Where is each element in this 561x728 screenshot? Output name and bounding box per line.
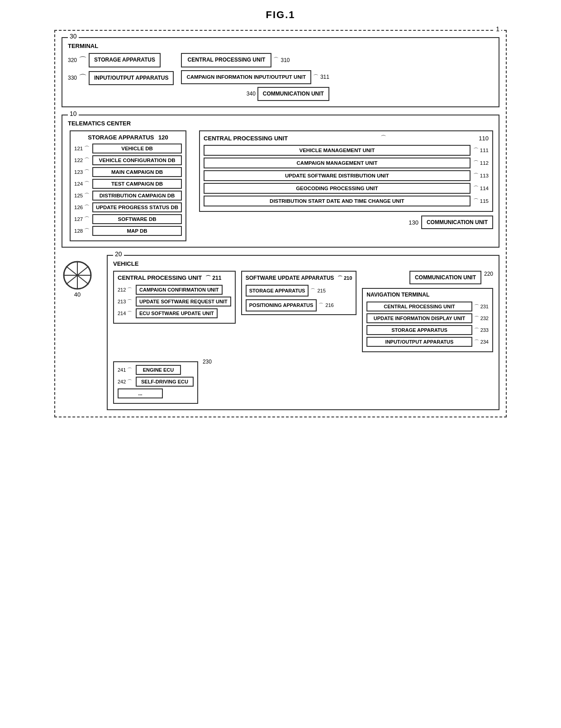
terminal-inner: 320 ⌒ STORAGE APPARATUS 330 ⌒ INPUT/OUTP… [68, 53, 493, 101]
vehicle-cpu-units: 212 ⌒CAMPAIGN CONFIRMATION UNIT213 ⌒UPDA… [118, 285, 231, 320]
campaign-io-ref: ⌒ [313, 73, 319, 81]
campaign-io-row: CAMPAIGN INFORMATION INPUT/OUTPUT UNIT ⌒… [181, 70, 329, 84]
telematics-inner: STORAGE APPARATUS 120 121 ⌒VEHICLE DB122… [68, 130, 493, 241]
vehicle-comm-box: COMMUNICATION UNIT [409, 271, 481, 284]
telematics-comm-box: COMMUNICATION UNIT [421, 216, 493, 229]
cpu-col: CENTRAL PROCESSING UNIT ⌒ 110 VEHICLE MA… [199, 130, 493, 212]
telematics-block: 10 TELEMATICS CENTER STORAGE APPARATUS 1… [62, 115, 499, 248]
cpu-unit-sym: ⌒ 114 [473, 185, 489, 192]
storage-col-title: STORAGE APPARATUS 120 [74, 134, 182, 141]
cpu-unit-sym: ⌒ 113 [473, 172, 489, 179]
db-ref: 121 ⌒ [74, 145, 90, 152]
figure-title: FIG.1 [54, 9, 507, 21]
ecu-items: 241 ⌒ENGINE ECU242 ⌒SELF-DRIVING ECU... [118, 365, 194, 398]
ecu-item-box: SELF-DRIVING ECU [136, 377, 194, 387]
db-item-row: 124 ⌒TEST CAMPAIGN DB [74, 179, 182, 189]
terminal-left: 320 ⌒ STORAGE APPARATUS 330 ⌒ INPUT/OUTP… [68, 53, 174, 85]
nav-unit-box: CENTRAL PROCESSING UNIT [366, 302, 472, 311]
vehicle-cpu-outer: CENTRAL PROCESSING UNIT ⌒ 211 212 ⌒CAMPA… [113, 271, 236, 324]
software-storage-row: STORAGE APPARATUS ⌒ 215 [246, 285, 352, 297]
nav-unit-row: CENTRAL PROCESSING UNIT⌒ 231 [366, 302, 489, 311]
network-vehicle-row: 40 20 VEHICLE CENTRAL PROCESSING UNIT ⌒ … [62, 255, 499, 410]
nav-unit-row: UPDATE INFORMATION DISPLAY UNIT⌒ 232 [366, 313, 489, 323]
network-ref: 40 [74, 291, 81, 298]
cpu-unit-box: CAMPAIGN MANAGEMENT UNIT [204, 158, 471, 168]
terminal-cpu-refnum: 310 [280, 57, 290, 63]
terminal-comm-box: COMMUNICATION UNIT [257, 87, 329, 101]
nav-terminal-box: NAVIGATION TERMINAL CENTRAL PROCESSING U… [362, 288, 493, 352]
db-box: SOFTWARE DB [92, 214, 182, 224]
telematics-label: TELEMATICS CENTER [68, 120, 493, 127]
ecu-nav-connector: 230 [203, 357, 212, 365]
cpu-col-refnum: 110 [479, 135, 489, 142]
db-ref: 123 ⌒ [74, 169, 90, 176]
software-update-ref: 210 [344, 275, 352, 281]
cpu-unit-sym: ⌒ 115 [473, 198, 489, 205]
software-update-ref-sym: ⌒ [338, 275, 342, 281]
vehicle-unit-ref: 213 ⌒ [118, 298, 134, 305]
cpu-unit-row: VEHICLE MANAGEMENT UNIT⌒ 111 [204, 145, 489, 156]
vehicle-unit-row: 213 ⌒UPDATE SOFTWARE REQUEST UNIT [118, 297, 231, 307]
campaign-io-box: CAMPAIGN INFORMATION INPUT/OUTPUT UNIT [181, 70, 311, 84]
vehicle-unit-row: 212 ⌒CAMPAIGN CONFIRMATION UNIT [118, 285, 231, 295]
db-box: UPDATE PROGRESS STATUS DB [92, 202, 182, 212]
vehicle-comm-row: COMMUNICATION UNIT 220 [362, 271, 493, 284]
ecu-item-row: 241 ⌒ENGINE ECU [118, 365, 194, 375]
nav-unit-ref: ⌒ 231 [474, 303, 489, 310]
db-ref: 128 ⌒ [74, 228, 90, 235]
io-apparatus-box: INPUT/OUTPUT APPARATUS [89, 71, 174, 86]
db-item-row: 123 ⌒MAIN CAMPAIGN DB [74, 167, 182, 177]
software-positioning-row: POSITIONING APPARATUS ⌒ 216 [246, 299, 352, 311]
terminal-right: CENTRAL PROCESSING UNIT ⌒ 310 CAMPAIGN I… [181, 53, 329, 101]
storage-brace: ⌒ [79, 56, 87, 64]
nav-unit-box: STORAGE APPARATUS [366, 325, 472, 335]
cpu-col-title: CENTRAL PROCESSING UNIT [204, 135, 288, 142]
software-update-outer: SOFTWARE UPDATE APPARATUS ⌒ 210 STORAGE … [241, 271, 357, 315]
ecu-item-box: ... [118, 388, 163, 398]
ecu-item-ref: 242 ⌒ [118, 378, 134, 385]
cpu-unit-row: DISTRIBUTION START DATE AND TIME CHANGE … [204, 196, 489, 206]
nav-unit-ref: ⌒ 232 [474, 315, 489, 322]
storage-row: 320 ⌒ STORAGE APPARATUS [68, 53, 174, 67]
nav-units-container: CENTRAL PROCESSING UNIT⌒ 231UPDATE INFOR… [366, 302, 489, 349]
software-storage-ref: 215 [317, 288, 325, 293]
terminal-block: 30 TERMINAL 320 ⌒ STORAGE APPARATUS 330 … [62, 37, 499, 107]
nav-unit-box: UPDATE INFORMATION DISPLAY UNIT [366, 313, 472, 323]
software-positioning-sym: ⌒ [319, 302, 323, 309]
terminal-cpu-box: CENTRAL PROCESSING UNIT [181, 53, 271, 67]
cpu-unit-row: UPDATE SOFTWARE DISTRIBUTION UNIT⌒ 113 [204, 170, 489, 181]
network-icon [62, 259, 93, 291]
cpu-col-wrapper: CENTRAL PROCESSING UNIT ⌒ 110 VEHICLE MA… [199, 130, 493, 229]
db-ref: 124 ⌒ [74, 181, 90, 187]
db-item-row: 126 ⌒UPDATE PROGRESS STATUS DB [74, 202, 182, 212]
storage-col: STORAGE APPARATUS 120 121 ⌒VEHICLE DB122… [70, 130, 186, 241]
vehicle-block: 20 VEHICLE CENTRAL PROCESSING UNIT ⌒ 211… [107, 255, 499, 410]
terminal-cpu-row: CENTRAL PROCESSING UNIT ⌒ 310 [181, 53, 329, 67]
db-items-container: 121 ⌒VEHICLE DB122 ⌒VEHICLE CONFIGURATIO… [74, 144, 182, 238]
ecu-item-row: 242 ⌒SELF-DRIVING ECU [118, 377, 194, 387]
telematics-comm-refnum: 130 [409, 219, 418, 226]
nav-unit-row: INPUT/OUTPUT APPARATUS⌒ 234 [366, 337, 489, 347]
vehicle-ref: 20 [113, 250, 124, 258]
cpu-unit-box: UPDATE SOFTWARE DISTRIBUTION UNIT [204, 170, 471, 181]
vehicle-unit-box: CAMPAIGN CONFIRMATION UNIT [136, 285, 223, 295]
ecu-ref-label: 230 [203, 359, 212, 365]
db-ref: 127 ⌒ [74, 216, 90, 223]
vehicle-unit-ref: 214 ⌒ [118, 310, 134, 317]
cpu-col-title-row: CENTRAL PROCESSING UNIT ⌒ 110 [204, 134, 489, 142]
terminal-comm-refnum: 340 [247, 91, 256, 97]
nav-unit-ref: ⌒ 234 [474, 339, 489, 345]
ecu-item-ref: 241 ⌒ [118, 367, 134, 374]
terminal-comm-row: 340 COMMUNICATION UNIT [181, 87, 329, 101]
vehicle-cpu-title: CENTRAL PROCESSING UNIT ⌒ 211 [118, 274, 231, 282]
telematics-ref: 10 [68, 110, 79, 117]
ecu-item-row: ... [118, 388, 194, 398]
storage-col-wrapper: STORAGE APPARATUS 120 121 ⌒VEHICLE DB122… [68, 130, 194, 241]
cpu-unit-sym: ⌒ 111 [473, 147, 489, 154]
terminal-label: TERMINAL [68, 43, 493, 49]
cpu-unit-box: DISTRIBUTION START DATE AND TIME CHANGE … [204, 196, 471, 206]
software-storage-sym: ⌒ [310, 287, 315, 294]
cpu-unit-box: VEHICLE MANAGEMENT UNIT [204, 145, 471, 156]
cpu-unit-row: GEOCODING PROCESSING UNIT⌒ 114 [204, 183, 489, 194]
software-positioning-ref: 216 [325, 302, 333, 308]
